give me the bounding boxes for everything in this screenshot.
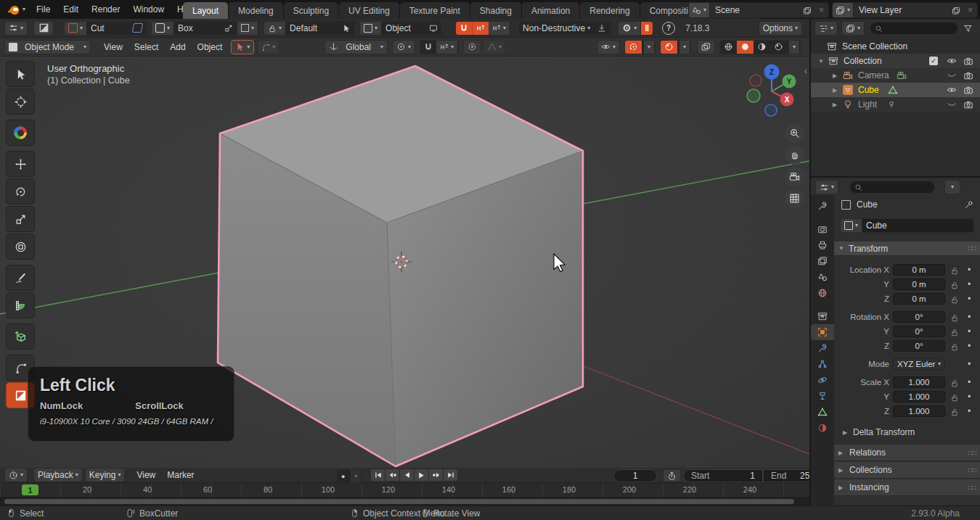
- relations-panel-header[interactable]: ▶ Relations ∷∷: [834, 445, 980, 461]
- scale-x-field[interactable]: 1.000: [893, 376, 945, 388]
- outliner-editor-dropdown[interactable]: ▾: [814, 21, 838, 36]
- tool-select-box[interactable]: [6, 61, 35, 87]
- pan-button[interactable]: [785, 145, 804, 165]
- tool-hardops[interactable]: [6, 120, 35, 146]
- tab-constraints[interactable]: [811, 388, 834, 404]
- scale-z-field[interactable]: 1.000: [893, 405, 945, 417]
- operation-dropdown[interactable]: ▾: [360, 22, 382, 35]
- play-button[interactable]: [415, 469, 428, 481]
- keying-set-dropdown[interactable]: ▾: [351, 470, 362, 483]
- scene-name[interactable]: Scene: [710, 5, 800, 15]
- lock-dropdown[interactable]: ▾: [264, 22, 286, 35]
- tab-material[interactable]: [811, 420, 834, 436]
- object-name-value[interactable]: Cube: [862, 219, 891, 232]
- row-camera[interactable]: ▶ Camera: [811, 68, 980, 83]
- snap-arrow-button[interactable]: [221, 22, 237, 35]
- object-name-field[interactable]: ▾ Cube: [840, 218, 974, 233]
- shading-dropdown[interactable]: ▾: [789, 41, 800, 54]
- row-scene-collection[interactable]: Scene Collection: [811, 39, 980, 54]
- animate-dot[interactable]: •: [968, 326, 971, 337]
- animate-dot[interactable]: •: [968, 377, 971, 387]
- shading-material-button[interactable]: [754, 41, 770, 54]
- next-keyframe-button[interactable]: [429, 469, 443, 481]
- breadcrumb-object[interactable]: Cube: [857, 199, 878, 210]
- cube-hide-toggle[interactable]: [947, 85, 957, 95]
- properties-editor-dropdown[interactable]: ▾: [815, 180, 838, 194]
- behavior-label[interactable]: Default: [286, 22, 338, 35]
- tab-modeling[interactable]: Modeling: [229, 2, 283, 19]
- cut-mode-label[interactable]: Cut: [87, 22, 129, 35]
- tab-texture-paint[interactable]: Texture Paint: [400, 2, 470, 19]
- animate-dot[interactable]: •: [968, 294, 971, 304]
- overlays-dropdown[interactable]: ▾: [679, 41, 690, 54]
- tab-uv-editing[interactable]: UV Editing: [339, 2, 399, 19]
- lock-icon[interactable]: [950, 265, 959, 275]
- view-layer-name[interactable]: View Layer: [854, 5, 949, 15]
- delta-transform-subpanel[interactable]: ▶ Delta Transform: [843, 426, 980, 439]
- view-layer-selector[interactable]: ▾ View Layer ×: [832, 2, 978, 18]
- menu-render[interactable]: Render: [85, 0, 126, 19]
- snap-magnet-toggle[interactable]: [456, 22, 472, 35]
- cut-cycle-button[interactable]: [129, 22, 146, 35]
- tab-scene[interactable]: [811, 269, 834, 285]
- tab-shading[interactable]: Shading: [470, 2, 521, 19]
- mode-dropdown[interactable]: Object Mode ▾: [4, 40, 91, 54]
- camera-hide-toggle[interactable]: [947, 70, 957, 81]
- use-preview-range-button[interactable]: [663, 469, 681, 482]
- drag-handle[interactable]: ∷∷: [968, 244, 976, 252]
- rotation-mode-dropdown[interactable]: XYZ Euler▾: [893, 358, 945, 370]
- location-z-field[interactable]: 0 m: [893, 293, 945, 305]
- collection-render-toggle[interactable]: [963, 56, 973, 66]
- shape-dropdown[interactable]: ▾: [152, 22, 174, 35]
- timeline-editor-dropdown[interactable]: ▾: [4, 468, 28, 482]
- location-y-field[interactable]: 0 m: [893, 278, 945, 290]
- play-reverse-button[interactable]: [400, 469, 414, 481]
- lock-icon[interactable]: [950, 341, 959, 351]
- animate-dot[interactable]: •: [968, 341, 971, 351]
- tab-render[interactable]: [811, 221, 834, 237]
- proportional-edit-toggle[interactable]: [463, 40, 481, 54]
- tab-tool[interactable]: [811, 198, 834, 214]
- tab-sculpting[interactable]: Sculpting: [284, 2, 338, 19]
- timeline-ruler[interactable]: 1 20 40 60 80 100 120 140 160 180 200 22…: [0, 483, 809, 498]
- axis-neg-y[interactable]: [747, 89, 760, 102]
- cursor-snap-button[interactable]: [338, 22, 354, 35]
- snap-to-dropdown[interactable]: ▾: [489, 22, 510, 35]
- tool-annotate[interactable]: [6, 265, 35, 291]
- collections-panel-header[interactable]: ▶ Collections ∷∷: [834, 462, 980, 479]
- menu-view[interactable]: View: [98, 42, 128, 52]
- overlays-toggle[interactable]: [661, 41, 677, 54]
- camera-view-button[interactable]: [785, 167, 804, 186]
- menu-object[interactable]: Object: [192, 42, 229, 52]
- outliner-search-input[interactable]: [870, 22, 957, 34]
- menu-edit[interactable]: Edit: [57, 0, 85, 19]
- shading-rendered-button[interactable]: [770, 41, 787, 54]
- origin-dropdown[interactable]: ▾: [237, 22, 258, 35]
- rotation-y-field[interactable]: 0°: [893, 326, 945, 337]
- animate-dot[interactable]: •: [968, 265, 971, 275]
- collection-hide-toggle[interactable]: [947, 56, 957, 66]
- options-dropdown[interactable]: Options▾: [759, 21, 802, 36]
- drag-handle[interactable]: ∷∷: [968, 466, 976, 474]
- pivot-dropdown[interactable]: ▾: [392, 40, 415, 54]
- scene-selector[interactable]: ▾ Scene ×: [688, 2, 829, 18]
- cube-render-toggle[interactable]: [963, 85, 973, 95]
- cube-object[interactable]: [218, 66, 583, 466]
- view-layer-remove-button[interactable]: ×: [963, 5, 977, 15]
- timeline-menu-marker[interactable]: Marker: [161, 470, 200, 480]
- non-destructive-dropdown[interactable]: Non-Destructive▾: [519, 22, 594, 35]
- outliner-filter-button[interactable]: [963, 23, 973, 33]
- tab-object[interactable]: [811, 324, 834, 340]
- perspective-toggle-button[interactable]: [785, 189, 804, 208]
- tool-add-cube[interactable]: [6, 323, 35, 350]
- drag-handle[interactable]: ∷∷: [968, 484, 976, 492]
- visibility-dropdown[interactable]: ▾: [597, 40, 620, 54]
- menu-window[interactable]: Window: [126, 0, 171, 19]
- active-tool-dropdown[interactable]: ▾: [231, 40, 254, 54]
- expand-icon[interactable]: ▶: [833, 87, 840, 94]
- expand-icon[interactable]: ▶: [833, 102, 840, 108]
- tab-modifiers[interactable]: [811, 340, 834, 356]
- jump-to-start-button[interactable]: [371, 469, 385, 481]
- instancing-panel-header[interactable]: ▶ Instancing ∷∷: [834, 479, 980, 496]
- timeline-menu-view[interactable]: View: [131, 470, 161, 480]
